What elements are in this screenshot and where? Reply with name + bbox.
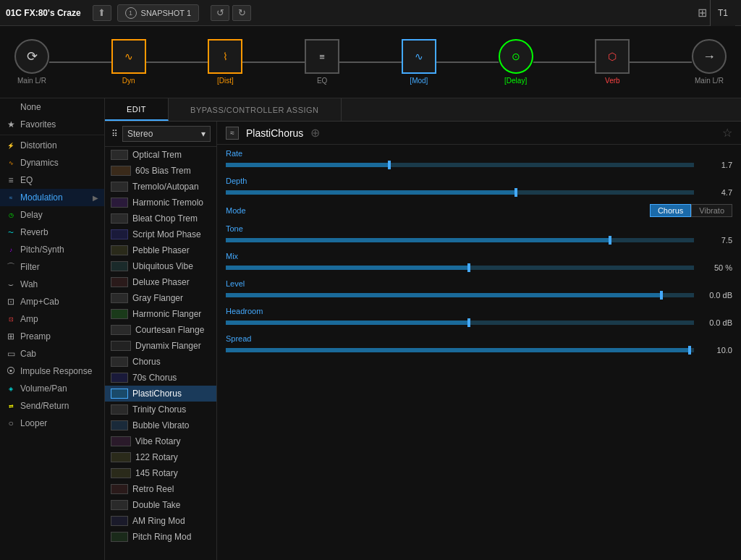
sidebar-item-looper[interactable]: ○ Looper [0,415,104,432]
params-link-icon[interactable]: ⊕ [310,126,320,140]
sidebar-item-pitch-synth[interactable]: ♪ Pitch/Synth [0,241,104,258]
effect-item-harmonic-flanger[interactable]: Harmonic Flanger [105,306,216,322]
effect-label-harm-flang: Harmonic Flanger [132,309,201,319]
sidebar-label-preamp: Preamp [20,331,51,341]
param-level-bar[interactable]: 0.0 dB [226,291,732,300]
chain-icon-dist[interactable]: ⌇ [208,39,242,74]
params-star-icon[interactable]: ☆ [722,126,732,140]
mode-btn-chorus[interactable]: Chorus [650,204,691,217]
param-depth-bar[interactable]: 4.7 [226,188,732,197]
sidebar-item-eq[interactable]: ≡ EQ [0,171,104,189]
grid-dots-icon[interactable]: ⠿ [111,129,118,139]
param-tone-bar[interactable]: 7.5 [226,236,732,245]
param-level-track[interactable] [226,293,694,297]
chain-label-mod: [Mod] [410,77,428,85]
effect-item-vibe-rotary[interactable]: Vibe Rotary [105,433,216,449]
sidebar-item-send-return[interactable]: ⇄ Send/Return [0,397,104,415]
param-rate-bar[interactable]: 1.7 [226,161,732,169]
param-mix-track[interactable] [226,266,694,270]
effect-item-bleat-chop[interactable]: Bleat Chop Trem [105,211,216,226]
chain-node-dyn[interactable]: ∿ Dyn [111,39,146,85]
tab-bypass[interactable]: BYPASS/CONTROLLER ASSIGN [169,98,341,121]
sidebar-item-volume-pan[interactable]: ◈ Volume/Pan [0,380,104,397]
param-headroom-bar[interactable]: 0.0 dB [226,318,732,327]
chain-icon-mod[interactable]: ∿ [402,39,436,74]
chain-node-verb[interactable]: ⬡ Verb [595,39,630,85]
tab-edit[interactable]: EDIT [105,98,169,121]
chain-icon-main-out[interactable]: → [692,39,727,74]
sidebar-item-amp-cab[interactable]: ⊡ Amp+Cab [0,293,104,310]
effect-item-retro-reel[interactable]: Retro Reel [105,481,216,497]
chain-icon-main-in[interactable]: ⟳ [14,39,49,74]
effect-item-double-take[interactable]: Double Take [105,497,216,513]
effect-item-tremolo-autopan[interactable]: Tremolo/Autopan [105,179,216,195]
mode-btn-vibrato[interactable]: Vibrato [691,204,732,217]
param-headroom-track[interactable] [226,321,694,325]
param-rate-track[interactable] [226,163,694,167]
chain-node-main-in[interactable]: ⟳ Main L/R [14,39,49,85]
sidebar-item-modulation[interactable]: ≈ Modulation ▶ [0,189,104,206]
effects-category-label: Stereo [127,129,153,139]
param-spread-track[interactable] [226,348,694,352]
sidebar-item-distortion[interactable]: ⚡ Distortion [0,137,104,154]
effect-item-am-ring-mod[interactable]: AM Ring Mod [105,513,216,529]
sidebar-item-amp[interactable]: ⊡ Amp [0,310,104,328]
redo-button[interactable]: ↻ [232,5,251,21]
effect-thumb-bubble [111,420,128,430]
effect-label-bubble: Bubble Vibrato [132,420,190,430]
export-button[interactable]: ⬆ [93,5,111,21]
chain-icon-eq[interactable]: ≡ [305,39,339,74]
effect-item-122-rotary[interactable]: 122 Rotary [105,449,216,465]
sidebar-item-delay[interactable]: ◷ Delay [0,206,104,224]
effect-item-ubiquitous-vibe[interactable]: Ubiquitous Vibe [105,258,216,274]
sidebar-item-filter[interactable]: ⌒ Filter [0,258,104,276]
effect-thumb-145-rot [111,468,131,478]
param-depth-track[interactable] [226,190,694,195]
chain-node-dist[interactable]: ⌇ [Dist] [208,39,242,85]
sidebar-label-modulation: Modulation [20,192,63,203]
effect-item-pebble-phaser[interactable]: Pebble Phaser [105,242,216,258]
sidebar-label-reverb: Reverb [20,227,48,237]
sidebar-item-preamp[interactable]: ⊞ Preamp [0,328,104,345]
effect-item-70s-chorus[interactable]: 70s Chorus [105,370,216,386]
chain-node-mod[interactable]: ∿ [Mod] [402,39,436,85]
effects-category-dropdown[interactable]: Stereo ▾ [122,126,211,142]
chain-node-eq[interactable]: ≡ EQ [305,39,339,85]
chain-node-main-out[interactable]: → Main L/R [692,39,727,85]
effect-item-courtesan-flange[interactable]: Courtesan Flange [105,322,216,338]
undo-button[interactable]: ↺ [211,5,229,21]
effect-item-145-rotary[interactable]: 145 Rotary [105,465,216,481]
effect-item-bubble-vibrato[interactable]: Bubble Vibrato [105,417,216,433]
param-mix-bar[interactable]: 50 % [226,263,732,272]
effect-item-trinity-chorus[interactable]: Trinity Chorus [105,402,216,417]
sidebar-item-impulse[interactable]: ⦿ Impulse Response [0,362,104,380]
param-spread-bar[interactable]: 10.0 [226,346,732,355]
param-tone-track[interactable] [226,238,694,242]
effect-item-pitch-ring-mod[interactable]: Pitch Ring Mod [105,529,216,545]
effect-item-harmonic-tremolo[interactable]: Harmonic Tremolo [105,195,216,211]
effect-item-optical-trem[interactable]: Optical Trem [105,147,216,163]
chain-icon-delay[interactable]: ⊙ [499,39,533,74]
effect-item-60s-bias-trem[interactable]: 60s Bias Trem [105,163,216,179]
effect-item-script-mod-phase[interactable]: Script Mod Phase [105,226,216,242]
effect-item-deluxe-phaser[interactable]: Deluxe Phaser [105,274,216,290]
signal-line-4 [339,61,402,63]
sidebar-item-favorites[interactable]: ★ Favorites [0,116,104,133]
sidebar-item-wah[interactable]: ⌣ Wah [0,276,104,293]
sidebar-item-reverb[interactable]: 〜 Reverb [0,224,104,241]
effect-thumb-court [111,325,131,335]
effect-item-dynamix-flanger[interactable]: Dynamix Flanger [105,338,216,354]
params-header: ≈ PlastiChorus ⊕ ☆ [217,122,741,145]
sidebar-item-dynamics[interactable]: ∿ Dynamics [0,154,104,171]
chain-icon-verb[interactable]: ⬡ [595,39,630,74]
effect-item-gray-flanger[interactable]: Gray Flanger [105,290,216,306]
effect-label-deluxe: Deluxe Phaser [132,277,190,287]
effect-item-chorus[interactable]: Chorus [105,354,216,370]
chain-node-delay[interactable]: ⊙ [Delay] [499,39,533,85]
sidebar-item-none[interactable]: None [0,98,104,116]
snapshot-selector[interactable]: 1 SNAPSHOT 1 [117,4,200,22]
chain-icon-dyn[interactable]: ∿ [111,39,146,74]
sidebar-item-cab[interactable]: ▭ Cab [0,345,104,362]
grid-view-icon[interactable]: ⊞ [698,6,707,20]
effect-item-plasti-chorus[interactable]: PlastiChorus [105,386,216,402]
